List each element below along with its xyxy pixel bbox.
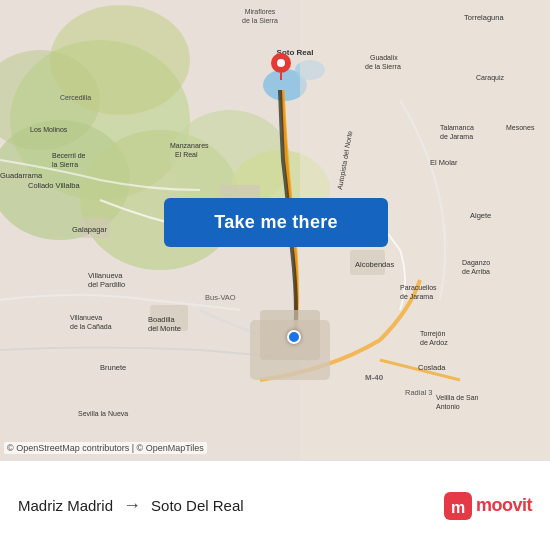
svg-text:Velilla de San: Velilla de San	[436, 394, 479, 401]
destination-pin	[270, 52, 292, 80]
map-attribution: © OpenStreetMap contributors | © OpenMap…	[4, 442, 207, 454]
destination-label: Soto Del Real	[151, 497, 244, 514]
svg-text:Torrejón: Torrejón	[420, 330, 445, 338]
svg-text:El Molar: El Molar	[430, 158, 458, 167]
current-location-dot	[287, 330, 301, 344]
svg-text:Mesones: Mesones	[506, 124, 535, 131]
svg-text:Alcobendas: Alcobendas	[355, 260, 394, 269]
svg-point-64	[277, 59, 285, 67]
svg-text:Miraflores: Miraflores	[245, 8, 276, 15]
svg-text:Radial 3: Radial 3	[405, 388, 433, 397]
svg-text:de la Cañada: de la Cañada	[70, 323, 112, 330]
svg-text:Brunete: Brunete	[100, 363, 126, 372]
svg-text:Los Molinos: Los Molinos	[30, 126, 68, 133]
svg-text:Bus-VAO: Bus-VAO	[205, 293, 236, 302]
origin-label: Madriz Madrid	[18, 497, 113, 514]
moovit-logo-text: moovit	[476, 495, 532, 516]
svg-text:Torrelaguna: Torrelaguna	[464, 13, 504, 22]
svg-text:Guadarrama: Guadarrama	[0, 171, 43, 180]
svg-text:Paracuellos: Paracuellos	[400, 284, 437, 291]
svg-text:Sevilla la Nueva: Sevilla la Nueva	[78, 410, 128, 417]
svg-text:m: m	[451, 499, 465, 516]
svg-text:Collado Villalba: Collado Villalba	[28, 181, 80, 190]
svg-text:Manzanares: Manzanares	[170, 142, 209, 149]
button-label: Take me there	[214, 212, 338, 233]
take-me-there-button[interactable]: Take me there	[164, 198, 388, 247]
moovit-logo: m moovit	[444, 492, 532, 520]
svg-text:de la Sierra: de la Sierra	[242, 17, 278, 24]
svg-text:Villanueva: Villanueva	[70, 314, 102, 321]
svg-text:del Monte: del Monte	[148, 324, 181, 333]
svg-text:Talamanca: Talamanca	[440, 124, 474, 131]
svg-text:El Real: El Real	[175, 151, 198, 158]
svg-text:Boadilla: Boadilla	[148, 315, 176, 324]
svg-text:Algete: Algete	[470, 211, 491, 220]
svg-text:Villanueva: Villanueva	[88, 271, 123, 280]
map-container: Soto Real Miraflores de la Sierra Guadar…	[0, 0, 550, 460]
svg-text:de Ardoz: de Ardoz	[420, 339, 448, 346]
svg-text:Caraquiz: Caraquiz	[476, 74, 505, 82]
svg-text:Becerril de: Becerril de	[52, 152, 86, 159]
svg-text:Guadalix: Guadalix	[370, 54, 398, 61]
svg-text:la Sierra: la Sierra	[52, 161, 78, 168]
svg-text:de Jarama: de Jarama	[440, 133, 473, 140]
route-info: Madriz Madrid → Soto Del Real	[18, 495, 244, 516]
svg-text:M-40: M-40	[365, 373, 384, 382]
bottom-bar: Madriz Madrid → Soto Del Real m moovit	[0, 460, 550, 550]
moovit-logo-icon: m	[444, 492, 472, 520]
svg-text:de Arriba: de Arriba	[462, 268, 490, 275]
svg-text:Antonio: Antonio	[436, 403, 460, 410]
svg-text:Galapagar: Galapagar	[72, 225, 108, 234]
svg-text:Coslada: Coslada	[418, 363, 446, 372]
arrow-icon: →	[123, 495, 141, 516]
svg-text:de la Sierra: de la Sierra	[365, 63, 401, 70]
svg-text:Daganzo: Daganzo	[462, 259, 490, 267]
svg-text:Cercedilla: Cercedilla	[60, 94, 91, 101]
svg-text:del Pardillo: del Pardillo	[88, 280, 125, 289]
svg-text:de Jarama: de Jarama	[400, 293, 433, 300]
